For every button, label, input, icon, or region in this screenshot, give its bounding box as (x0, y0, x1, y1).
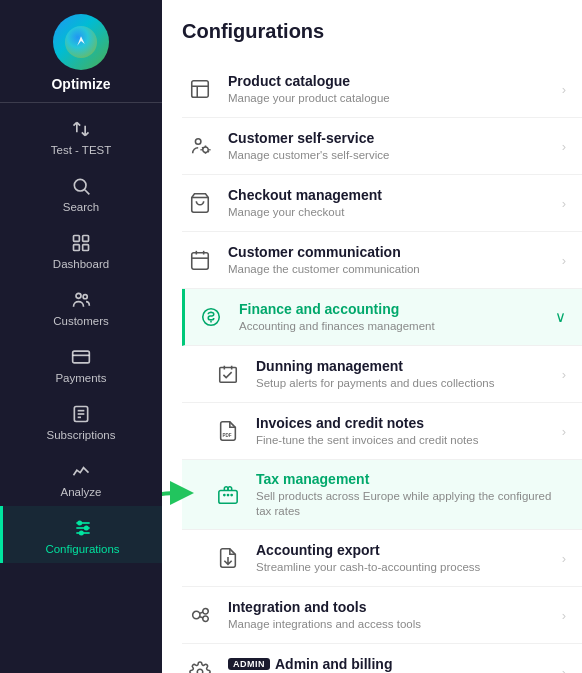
svg-rect-9 (73, 351, 90, 363)
svg-point-31 (203, 309, 220, 326)
chevron-down-icon: ∨ (555, 308, 566, 326)
admin-badge: ADMIN (228, 658, 270, 670)
config-text-accounting-export: Accounting export Streamline your cash-t… (256, 541, 556, 575)
chevron-right-icon-4: › (562, 253, 566, 268)
svg-point-18 (78, 521, 81, 524)
config-text-dunning: Dunning management Setup alerts for paym… (256, 357, 556, 391)
sidebar-item-configurations[interactable]: Configurations (0, 506, 162, 563)
config-subtitle-product-catalogue: Manage your product catalogue (228, 91, 556, 106)
svg-rect-6 (83, 245, 89, 251)
svg-point-24 (195, 139, 201, 145)
config-subtitle-customer-communication: Manage the customer communication (228, 262, 556, 277)
config-item-tax[interactable]: Tax management Sell products across Euro… (182, 460, 582, 530)
config-item-customer-self-service[interactable]: Customer self-service Manage customer's … (182, 118, 582, 175)
svg-rect-4 (83, 236, 89, 242)
finance-icon (193, 299, 229, 335)
config-item-dunning[interactable]: Dunning management Setup alerts for paym… (182, 346, 582, 403)
svg-line-2 (85, 190, 90, 195)
sidebar-item-configurations-label: Configurations (45, 543, 119, 555)
chevron-right-icon: › (562, 82, 566, 97)
app-name: Optimize (51, 76, 110, 92)
integration-icon (182, 597, 218, 633)
config-title-finance: Finance and accounting (239, 300, 549, 318)
config-text-admin: ADMIN Admin and billing Manage your acco… (228, 655, 556, 673)
svg-point-41 (203, 616, 209, 622)
sidebar-item-dashboard[interactable]: Dashboard (0, 221, 162, 278)
svg-point-19 (84, 526, 87, 529)
config-text-invoices: Invoices and credit notes Fine-tune the … (256, 414, 556, 448)
config-title-admin: Admin and billing (275, 655, 392, 673)
config-title-product-catalogue: Product catalogue (228, 72, 556, 90)
tax-icon (210, 477, 246, 513)
config-text-product-catalogue: Product catalogue Manage your product ca… (228, 72, 556, 106)
sidebar-item-search-label: Search (63, 201, 99, 213)
svg-rect-5 (74, 245, 80, 251)
sidebar-item-search[interactable]: Search (0, 164, 162, 221)
config-item-integration[interactable]: Integration and tools Manage integration… (182, 587, 582, 644)
svg-point-0 (65, 26, 97, 58)
chevron-right-icon-9: › (562, 665, 566, 673)
customers-icon (69, 288, 93, 312)
chevron-right-icon-2: › (562, 139, 566, 154)
config-item-admin[interactable]: ADMIN Admin and billing Manage your acco… (182, 644, 582, 673)
arrows-icon (69, 117, 93, 141)
sidebar-item-test[interactable]: Test - TEST (0, 107, 162, 164)
sidebar-divider (0, 102, 162, 103)
config-subtitle-finance: Accounting and finances management (239, 319, 549, 334)
config-title-customer-communication: Customer communication (228, 243, 556, 261)
svg-point-8 (83, 295, 87, 299)
subscriptions-icon (69, 402, 93, 426)
config-item-accounting-export[interactable]: Accounting export Streamline your cash-t… (182, 530, 582, 587)
config-subtitle-customer-self-service: Manage customer's self-service (228, 148, 556, 163)
config-title-invoices: Invoices and credit notes (256, 414, 556, 432)
config-subtitle-accounting-export: Streamline your cash-to-accounting proce… (256, 560, 556, 575)
config-subtitle-checkout: Manage your checkout (228, 205, 556, 220)
svg-point-25 (203, 147, 209, 153)
config-text-integration: Integration and tools Manage integration… (228, 598, 556, 632)
sidebar-item-analyze[interactable]: Analyze (0, 449, 162, 506)
payments-icon (69, 345, 93, 369)
svg-rect-35 (219, 490, 237, 503)
calendar-icon (182, 242, 218, 278)
main-content: Configurations Product catalogue Manage … (162, 0, 582, 673)
analyze-icon (69, 459, 93, 483)
app-logo (53, 14, 109, 70)
svg-point-39 (193, 611, 200, 618)
basket-icon (182, 185, 218, 221)
book-icon (182, 71, 218, 107)
export-icon (210, 540, 246, 576)
sidebar-item-subscriptions[interactable]: Subscriptions (0, 392, 162, 449)
svg-point-1 (74, 179, 86, 191)
config-title-accounting-export: Accounting export (256, 541, 556, 559)
config-text-tax: Tax management Sell products across Euro… (256, 470, 566, 519)
sidebar-item-payments[interactable]: Payments (0, 335, 162, 392)
search-icon (69, 174, 93, 198)
dashboard-icon (69, 231, 93, 255)
sidebar-item-payments-label: Payments (55, 372, 106, 384)
person-gear-icon (182, 128, 218, 164)
config-subtitle-dunning: Setup alerts for payments and dues colle… (256, 376, 556, 391)
config-item-invoices[interactable]: PDF Invoices and credit notes Fine-tune … (182, 403, 582, 460)
sidebar-item-analyze-label: Analyze (61, 486, 102, 498)
config-item-finance[interactable]: Finance and accounting Accounting and fi… (182, 289, 582, 346)
config-item-checkout[interactable]: Checkout management Manage your checkout… (182, 175, 582, 232)
svg-point-20 (79, 531, 82, 534)
svg-rect-21 (192, 81, 209, 98)
svg-line-42 (200, 612, 203, 613)
sidebar-item-customers[interactable]: Customers (0, 278, 162, 335)
config-title-checkout: Checkout management (228, 186, 556, 204)
svg-point-40 (203, 609, 209, 615)
svg-rect-27 (192, 253, 209, 269)
config-text-customer-communication: Customer communication Manage the custom… (228, 243, 556, 277)
config-item-product-catalogue[interactable]: Product catalogue Manage your product ca… (182, 61, 582, 118)
config-title-customer-self-service: Customer self-service (228, 129, 556, 147)
svg-line-43 (200, 617, 203, 618)
sidebar-item-dashboard-label: Dashboard (53, 258, 109, 270)
pdf-icon: PDF (210, 413, 246, 449)
chevron-right-icon-8: › (562, 608, 566, 623)
chevron-right-icon-6: › (562, 424, 566, 439)
sidebar: Optimize Test - TEST Search Dashboard (0, 0, 162, 673)
green-arrow-decoration (162, 473, 196, 517)
config-item-customer-communication[interactable]: Customer communication Manage the custom… (182, 232, 582, 289)
config-subtitle-tax: Sell products across Europe while applyi… (256, 489, 566, 519)
